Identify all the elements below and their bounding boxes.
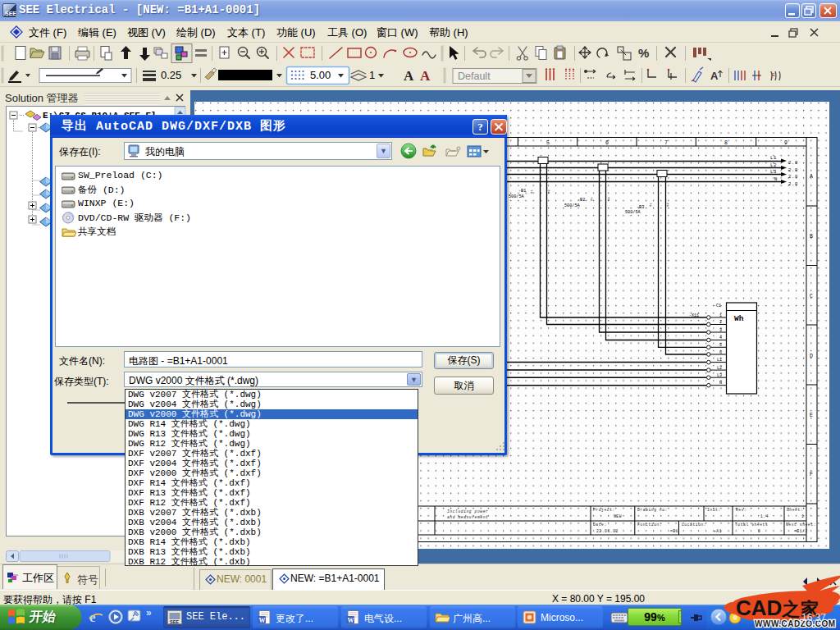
svg-text:-X11: -X11	[689, 313, 699, 318]
svg-text:2.0: 2.0	[788, 181, 798, 187]
svg-text:5: 5	[546, 140, 550, 146]
svg-text:22.06.02: 22.06.02	[596, 529, 619, 533]
svg-text:A: A	[404, 68, 414, 84]
svg-text:Rev:: Rev:	[736, 508, 746, 512]
svg-text:+A1: +A1	[714, 529, 722, 533]
svg-text:-B3: -B3	[637, 205, 644, 210]
svg-text:-B2: -B2	[578, 198, 585, 203]
svg-text:L2: L2	[770, 162, 777, 168]
svg-text:S1: S1	[649, 203, 652, 207]
svg-text:S2: S2	[607, 197, 610, 201]
svg-text:2: 2	[719, 320, 722, 325]
svg-text:500/5A: 500/5A	[564, 203, 581, 208]
svg-text:L3: L3	[770, 169, 777, 175]
svg-text:Wh: Wh	[734, 314, 744, 323]
svg-text:S1: S1	[590, 197, 593, 201]
svg-text:Project:: Project:	[593, 508, 615, 512]
svg-text:1: 1	[801, 514, 804, 518]
svg-text:=B1: =B1	[670, 529, 678, 533]
svg-text:5.00: 5.00	[310, 69, 331, 81]
svg-text:A: A	[810, 174, 813, 180]
svg-text:1.4: 1.4	[760, 514, 769, 518]
svg-text:6: 6	[719, 350, 722, 355]
svg-text:Default: Default	[458, 71, 491, 82]
svg-text:2.0: 2.0	[788, 160, 798, 166]
svg-text:L1: L1	[717, 358, 722, 363]
svg-text:NEW: NEW	[614, 514, 622, 518]
svg-text:L1: L1	[770, 155, 777, 161]
svg-text:S2: S2	[666, 203, 669, 207]
svg-text:E: E	[810, 413, 813, 418]
svg-text:4: 4	[719, 336, 722, 340]
svg-text:S1: S1	[530, 189, 533, 194]
svg-text:-C1: -C1	[714, 304, 721, 308]
svg-text:6: 6	[605, 140, 609, 146]
svg-text:-B1: -B1	[518, 189, 526, 194]
svg-text:Function:: Function:	[637, 523, 662, 527]
svg-text:1: 1	[369, 69, 375, 81]
svg-text:3: 3	[719, 328, 722, 333]
svg-text:Including power: Including power	[447, 509, 488, 514]
svg-text:»: »	[146, 607, 152, 619]
svg-text:Next sheet:: Next sheet:	[786, 523, 816, 527]
svg-text:2.0: 2.0	[788, 167, 798, 173]
svg-text:2.0: 2.0	[788, 174, 798, 180]
svg-text:C: C	[810, 294, 813, 299]
svg-text:Drawing no:: Drawing no:	[637, 508, 668, 512]
svg-text:N: N	[774, 176, 778, 182]
svg-text:0.25: 0.25	[161, 69, 181, 81]
svg-text:9: 9	[758, 529, 760, 533]
svg-text:W: W	[259, 617, 266, 624]
svg-text:F: F	[810, 472, 813, 477]
svg-text:and measurement: and measurement	[447, 515, 488, 519]
svg-text:=B1/2: =B1/2	[794, 529, 808, 533]
svg-text:A: A	[420, 68, 431, 84]
svg-text:L3: L3	[717, 373, 722, 378]
svg-text:E: E	[772, 72, 775, 77]
svg-text:S2: S2	[547, 189, 550, 194]
svg-text:Location:: Location:	[682, 523, 706, 527]
svg-text:Total sheets: Total sheets	[735, 523, 768, 527]
svg-text:Sheet:: Sheet:	[787, 508, 803, 512]
svg-text:N: N	[719, 381, 722, 386]
svg-text:A: A	[710, 70, 719, 82]
svg-text:9: 9	[784, 140, 788, 146]
svg-text:500/5A: 500/5A	[625, 210, 641, 215]
svg-text:5: 5	[719, 343, 722, 348]
svg-text:1: 1	[719, 313, 722, 318]
svg-text:7: 7	[664, 140, 668, 146]
svg-text:SEE: SEE	[170, 619, 179, 624]
svg-text:500/5A: 500/5A	[509, 194, 525, 199]
svg-text:Init:: Init:	[707, 508, 721, 512]
svg-text:%: %	[638, 46, 649, 60]
svg-text:L2: L2	[717, 366, 722, 371]
svg-text:B: B	[810, 234, 813, 240]
svg-text:Date:: Date:	[593, 523, 607, 527]
svg-text:D: D	[810, 354, 813, 359]
svg-text:8: 8	[724, 140, 728, 146]
